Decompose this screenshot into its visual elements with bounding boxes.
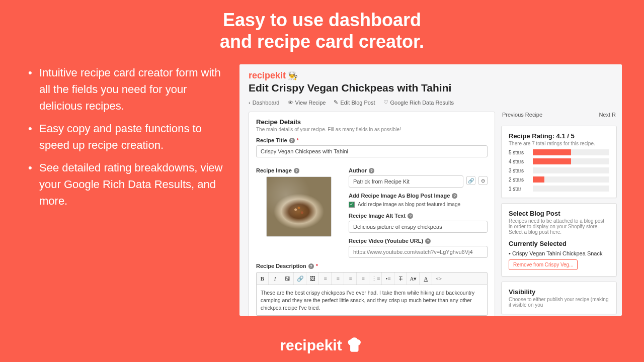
blog-post-card: Select Blog Post Recipes need to be atta… bbox=[501, 203, 617, 277]
help-icon[interactable]: ? bbox=[289, 138, 295, 143]
rating-label: 1 star bbox=[509, 186, 529, 192]
bold-button[interactable]: B bbox=[257, 273, 269, 285]
field-label: Recipe Video (Youtube URL) ? bbox=[349, 238, 488, 244]
help-icon[interactable]: ? bbox=[408, 213, 413, 219]
description-editor[interactable]: These are the best crispy chickpeas I've… bbox=[256, 285, 488, 316]
unordered-list-button[interactable]: •≡ bbox=[382, 273, 394, 285]
section-help: Choose to either publish your recipe (ma… bbox=[509, 297, 609, 308]
align-center-button[interactable]: ≡ bbox=[332, 273, 344, 285]
edit-blog-link[interactable]: ✎ Edit Blog Post bbox=[334, 99, 375, 106]
next-recipe-link[interactable]: Next R bbox=[599, 112, 616, 118]
link-button[interactable]: 🔗 bbox=[294, 273, 306, 285]
field-label: Recipe Description ? * bbox=[256, 263, 488, 269]
breadcrumb: ‹ Dashboard 👁 View Recipe ✎ Edit Blog Po… bbox=[249, 99, 613, 106]
chef-hat-icon bbox=[345, 336, 364, 355]
section-help: The main details of your recipe. Fill as… bbox=[256, 127, 488, 132]
clear-format-button[interactable]: T̶ bbox=[395, 273, 407, 285]
rating-card: Recipe Rating: 4.1 / 5 There are 7 total… bbox=[501, 126, 617, 198]
prev-recipe-link[interactable]: Previous Recipe bbox=[502, 112, 542, 118]
app-screenshot: recipekit👨‍🍳 Edit Crispy Vegan Chickpeas… bbox=[239, 64, 622, 316]
recipe-details-card: Recipe Details The main details of your … bbox=[249, 112, 495, 316]
bullet-item: See detailed rating breakdowns, view you… bbox=[28, 159, 224, 209]
app-logo: recipekit👨‍🍳 bbox=[249, 70, 613, 81]
footer-logo: recipekit bbox=[280, 336, 364, 355]
back-link[interactable]: ‹ Dashboard bbox=[249, 99, 280, 106]
align-left-button[interactable]: ≡ bbox=[319, 273, 332, 285]
code-button[interactable]: <> bbox=[433, 273, 445, 285]
save-button[interactable]: 🖫 bbox=[282, 273, 294, 285]
featured-image-checkbox[interactable] bbox=[349, 202, 355, 208]
section-heading: Visibility bbox=[509, 288, 609, 296]
hero-title: Easy to use dashboard and recipe card cr… bbox=[0, 0, 644, 52]
italic-button[interactable]: I bbox=[269, 273, 281, 285]
clear-icon[interactable]: ⊖ bbox=[478, 176, 488, 185]
section-heading: Recipe Details bbox=[256, 118, 488, 126]
visibility-card: Visibility Choose to either publish your… bbox=[501, 282, 617, 314]
google-results-link[interactable]: ♡ Google Rich Data Results bbox=[383, 99, 454, 106]
link-icon[interactable]: 🔗 bbox=[466, 176, 475, 185]
recipe-title-input[interactable] bbox=[256, 145, 488, 157]
view-recipe-link[interactable]: 👁 View Recipe bbox=[288, 99, 326, 106]
selected-blog-item: • Crispy Vegan Tahini Chickpea Snack bbox=[509, 250, 609, 256]
ordered-list-button[interactable]: ⋮≡ bbox=[370, 273, 382, 285]
rating-label: 2 stars bbox=[509, 177, 529, 183]
color-button[interactable]: A bbox=[420, 273, 432, 285]
rating-label: 4 stars bbox=[509, 159, 529, 164]
align-right-button[interactable]: ≡ bbox=[345, 273, 357, 285]
rating-heading: Recipe Rating: 4.1 / 5 bbox=[509, 132, 609, 140]
page-title: Edit Crispy Vegan Chickpeas with Tahini bbox=[249, 82, 613, 94]
field-label: Recipe Image ? bbox=[256, 167, 342, 173]
help-icon[interactable]: ? bbox=[369, 168, 374, 173]
rating-label: 3 stars bbox=[509, 168, 529, 173]
author-input[interactable] bbox=[349, 175, 463, 188]
alt-text-input[interactable] bbox=[349, 221, 488, 233]
recipe-image-preview[interactable] bbox=[266, 176, 332, 237]
rating-label: 5 stars bbox=[509, 150, 529, 155]
chef-hat-icon: 👨‍🍳 bbox=[288, 71, 298, 80]
help-icon[interactable]: ? bbox=[308, 263, 314, 269]
bullet-item: Intuitive recipe card creator form with … bbox=[28, 64, 224, 114]
align-justify-button[interactable]: ≡ bbox=[357, 273, 369, 285]
feature-bullets: Intuitive recipe card creator form with … bbox=[28, 64, 239, 316]
bullet-item: Easy copy and paste functions to speed u… bbox=[28, 120, 224, 153]
help-icon[interactable]: ? bbox=[294, 168, 299, 173]
field-label: Recipe Image Alt Text ? bbox=[349, 213, 488, 219]
rating-sub: There are 7 total ratings for this recip… bbox=[509, 141, 609, 146]
section-heading: Select Blog Post bbox=[509, 210, 609, 217]
help-icon[interactable]: ? bbox=[452, 193, 457, 199]
rich-text-toolbar: B I 🖫 🔗 🖼 ≡ ≡ ≡ ≡ ⋮≡ •≡ T̶ A▾ A <> bbox=[256, 272, 488, 285]
help-icon[interactable]: ? bbox=[425, 238, 431, 244]
image-button[interactable]: 🖼 bbox=[307, 273, 319, 285]
field-label: Recipe Title ? * bbox=[256, 137, 488, 143]
field-label: Author ? bbox=[349, 167, 488, 173]
remove-blog-button[interactable]: Remove from Crispy Veg... bbox=[509, 259, 578, 270]
checkbox-label: Add recipe image as blog post featured i… bbox=[358, 202, 460, 207]
font-button[interactable]: A▾ bbox=[408, 273, 420, 285]
video-url-input[interactable] bbox=[349, 246, 488, 258]
current-heading: Currently Selected bbox=[509, 240, 609, 247]
field-label: Add Recipe Image As Blog Post Image ? bbox=[349, 193, 488, 199]
section-help: Recipes need to be attached to a blog po… bbox=[509, 218, 609, 235]
